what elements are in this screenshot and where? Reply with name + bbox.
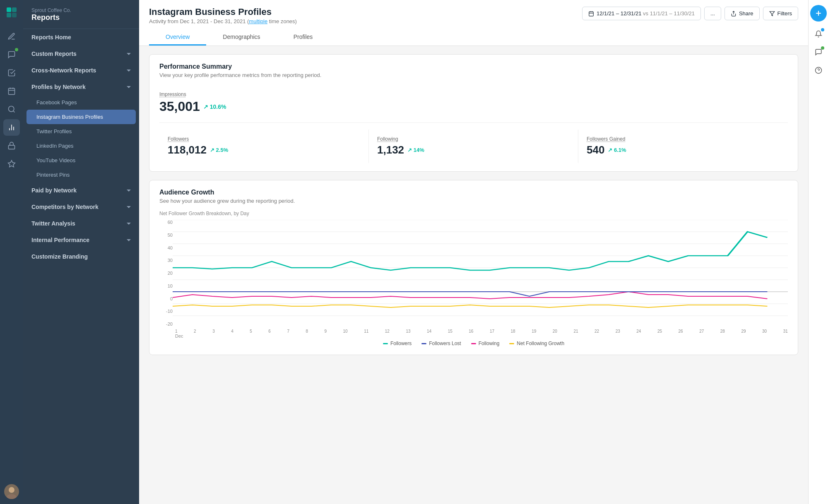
sidebar-header: Sprout Coffee Co. Reports bbox=[23, 0, 139, 29]
tab-overview[interactable]: Overview bbox=[149, 29, 206, 46]
notifications-button[interactable] bbox=[811, 26, 826, 41]
competitors-chevron bbox=[127, 206, 131, 208]
date-range-button[interactable]: 12/1/21 – 12/31/21 vs 11/1/21 – 11/30/21 bbox=[582, 7, 701, 20]
logo-icon[interactable] bbox=[4, 5, 19, 20]
svg-rect-3 bbox=[12, 13, 17, 17]
subtitle-post: time zones) bbox=[267, 18, 297, 24]
message-badge bbox=[821, 46, 824, 50]
sidebar-sub-facebook[interactable]: Facebook Pages bbox=[23, 95, 139, 110]
content-area: Performance Summary View your key profil… bbox=[139, 46, 808, 504]
nav-compose-icon[interactable] bbox=[3, 28, 20, 45]
instagram-label: Instagram Business Profiles bbox=[36, 114, 103, 120]
competitors-label: Competitors by Network bbox=[31, 204, 99, 210]
svg-rect-1 bbox=[12, 7, 17, 12]
sidebar-sub-linkedin[interactable]: LinkedIn Pages bbox=[23, 139, 139, 153]
perf-summary-title: Performance Summary bbox=[159, 63, 788, 70]
sidebar-item-twitter-analysis[interactable]: Twitter Analysis bbox=[23, 215, 139, 232]
more-button[interactable]: ... bbox=[704, 7, 721, 20]
create-icon bbox=[814, 9, 823, 17]
followers-gained-value: 540 6.1% bbox=[587, 144, 780, 156]
sidebar-sub-youtube[interactable]: YouTube Videos bbox=[23, 153, 139, 168]
nav-star-icon[interactable] bbox=[3, 156, 20, 172]
following-legend-label: Following bbox=[479, 341, 500, 346]
customize-branding-label: Customize Branding bbox=[31, 253, 88, 260]
subtitle-pre: Activity from Dec 1, 2021 - Dec 31, 2021… bbox=[149, 18, 249, 24]
page-header: Instagram Business Profiles Activity fro… bbox=[139, 0, 808, 46]
help-button[interactable] bbox=[811, 63, 826, 78]
page-subtitle: Activity from Dec 1, 2021 - Dec 31, 2021… bbox=[149, 18, 297, 24]
impressions-value: 35,001 10.6% bbox=[159, 99, 788, 114]
chart-legend: Followers Followers Lost Following Net F… bbox=[159, 341, 788, 346]
followers-lost-legend-dot bbox=[421, 343, 426, 344]
paid-chevron bbox=[127, 190, 131, 192]
create-button[interactable] bbox=[810, 5, 827, 22]
sidebar-sub-pinterest[interactable]: Pinterest Pins bbox=[23, 168, 139, 182]
sidebar-sub-instagram[interactable]: Instagram Business Profiles bbox=[26, 110, 136, 124]
y-10: 10 bbox=[159, 283, 173, 288]
custom-reports-label: Custom Reports bbox=[31, 50, 77, 57]
sidebar-item-custom-reports[interactable]: Custom Reports bbox=[23, 46, 139, 62]
filters-button[interactable]: Filters bbox=[763, 7, 798, 20]
chart-svg bbox=[173, 220, 788, 327]
legend-followers-lost: Followers Lost bbox=[421, 341, 461, 346]
subtitle-link[interactable]: multiple bbox=[249, 18, 267, 24]
company-name: Sprout Coffee Co. bbox=[31, 7, 131, 13]
tabs: Overview Demographics Profiles bbox=[149, 29, 798, 46]
custom-reports-chevron bbox=[127, 53, 131, 55]
cross-network-label: Cross-Network Reports bbox=[31, 67, 96, 74]
share-label: Share bbox=[739, 10, 753, 17]
chart-svg-container bbox=[173, 220, 788, 327]
sidebar-item-competitors[interactable]: Competitors by Network bbox=[23, 199, 139, 215]
sidebar-item-internal-perf[interactable]: Internal Performance bbox=[23, 232, 139, 248]
twitter-analysis-chevron bbox=[127, 223, 131, 225]
linkedin-label: LinkedIn Pages bbox=[36, 143, 74, 149]
page-title: Instagram Business Profiles bbox=[149, 7, 297, 17]
x-axis-month: Dec bbox=[159, 334, 788, 338]
internal-perf-label: Internal Performance bbox=[31, 237, 89, 243]
icon-rail bbox=[0, 0, 23, 504]
facebook-label: Facebook Pages bbox=[36, 99, 77, 106]
share-button[interactable]: Share bbox=[724, 7, 760, 20]
svg-line-9 bbox=[13, 111, 15, 113]
help-icon bbox=[815, 67, 822, 74]
nav-publish-icon[interactable] bbox=[3, 83, 20, 99]
y-axis: 60 50 40 30 20 10 0 -10 -20 bbox=[159, 220, 173, 327]
nav-listening-icon[interactable] bbox=[3, 101, 20, 118]
twitter-label: Twitter Profiles bbox=[36, 128, 72, 134]
svg-rect-4 bbox=[9, 88, 15, 94]
user-avatar[interactable] bbox=[4, 484, 19, 499]
filters-label: Filters bbox=[777, 10, 792, 17]
legend-followers: Followers bbox=[383, 341, 412, 346]
svg-marker-22 bbox=[770, 11, 775, 16]
audience-growth-card: Audience Growth See how your audience gr… bbox=[149, 180, 798, 355]
nav-tasks-icon[interactable] bbox=[3, 65, 20, 81]
sidebar-item-reports-home[interactable]: Reports Home bbox=[23, 29, 139, 46]
y-neg20: -20 bbox=[159, 322, 173, 326]
tab-demographics[interactable]: Demographics bbox=[206, 29, 277, 46]
header-actions: 12/1/21 – 12/31/21 vs 11/1/21 – 11/30/21… bbox=[582, 7, 798, 20]
paid-label: Paid by Network bbox=[31, 187, 77, 194]
tab-profiles[interactable]: Profiles bbox=[277, 29, 330, 46]
profiles-by-network-label: Profiles by Network bbox=[31, 84, 86, 90]
more-label: ... bbox=[710, 10, 715, 17]
filters-icon bbox=[769, 11, 775, 17]
legend-net-growth: Net Following Growth bbox=[509, 341, 564, 346]
y-20: 20 bbox=[159, 271, 173, 276]
cross-network-chevron bbox=[127, 70, 131, 72]
followers-value: 118,012 2.5% bbox=[168, 144, 360, 156]
sidebar-sub-twitter[interactable]: Twitter Profiles bbox=[23, 124, 139, 139]
sidebar-item-cross-network[interactable]: Cross-Network Reports bbox=[23, 62, 139, 79]
nav-bot-icon[interactable] bbox=[3, 137, 20, 154]
right-panel bbox=[808, 0, 828, 504]
calendar-icon bbox=[588, 11, 594, 17]
sidebar-item-profiles-by-network[interactable]: Profiles by Network bbox=[23, 79, 139, 95]
sidebar-item-customize-branding[interactable]: Customize Branding bbox=[23, 248, 139, 265]
legend-following: Following bbox=[471, 341, 500, 346]
nav-reports-icon[interactable] bbox=[3, 119, 20, 136]
messages-button[interactable] bbox=[811, 45, 826, 60]
nav-inbox-icon[interactable] bbox=[3, 46, 20, 63]
y-50: 50 bbox=[159, 233, 173, 238]
x-axis: 1 2 3 4 5 6 7 8 9 10 11 12 13 14 15 16 1 bbox=[159, 329, 788, 334]
sidebar-item-paid-by-network[interactable]: Paid by Network bbox=[23, 182, 139, 199]
svg-point-16 bbox=[7, 494, 17, 499]
